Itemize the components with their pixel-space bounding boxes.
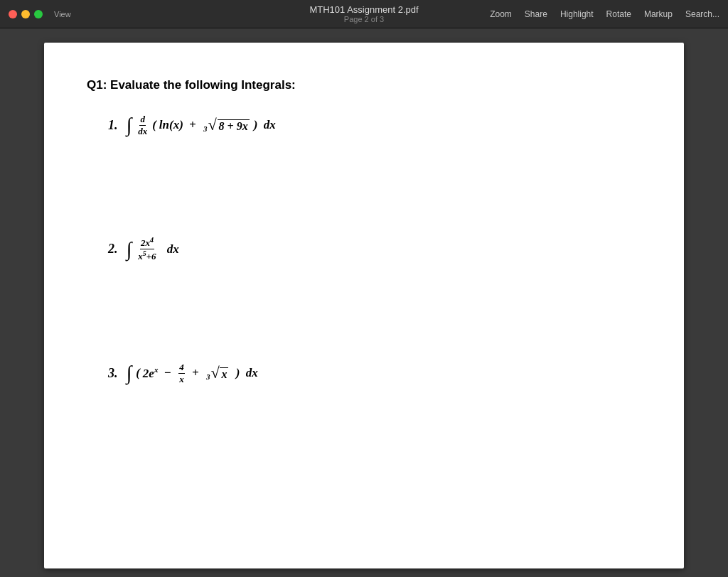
- question-item-1: 1. ∫ d dx ( ln(x) + 3 √ 8 + 9x ) dx: [87, 114, 641, 136]
- toolbar-right: Zoom Share Highlight Rotate Markup Searc…: [490, 9, 719, 19]
- cube-root-1: 3 √ 8 + 9x: [203, 117, 250, 133]
- highlight-button[interactable]: Highlight: [560, 9, 594, 19]
- plus-sign-3: +: [189, 366, 202, 380]
- cube-root-3: 3 √ x: [206, 365, 229, 381]
- paren-open-1: (: [152, 118, 156, 132]
- question-item-2: 2. ∫ 2x4 x5+6 dx: [87, 236, 641, 262]
- close-button[interactable]: [9, 10, 17, 18]
- formula-3: 3. ∫ ( 2ex − 4 x + 3 √ x ) dx: [108, 362, 641, 384]
- item-num-1: 1.: [108, 118, 118, 133]
- page-info: Page 2 of 3: [309, 15, 418, 23]
- fraction-2x4: 2x4 x5+6: [137, 236, 156, 262]
- question-item-3: 3. ∫ ( 2ex − 4 x + 3 √ x ) dx: [87, 362, 641, 384]
- file-name: MTH101 Assignment 2.pdf: [309, 4, 418, 15]
- integral-sign-2: ∫: [127, 239, 132, 259]
- root-content-3: x: [220, 367, 228, 381]
- root-index-1: 3: [203, 124, 208, 133]
- maximize-button[interactable]: [34, 10, 43, 18]
- markup-button[interactable]: Markup: [644, 9, 673, 19]
- item-num-3: 3.: [108, 366, 118, 381]
- formula-1: 1. ∫ d dx ( ln(x) + 3 √ 8 + 9x ) dx: [108, 114, 641, 136]
- root-symbol-3: √: [210, 365, 219, 381]
- paren-open-3: (: [136, 366, 140, 380]
- rotate-button[interactable]: Rotate: [606, 9, 631, 19]
- main-area: Q1: Evaluate the following Integrals: 1.…: [0, 28, 728, 577]
- dx-2: dx: [164, 242, 179, 257]
- two-ex: 2ex: [143, 365, 159, 381]
- paren-close-1: ): [254, 118, 258, 132]
- minimize-button[interactable]: [21, 10, 30, 18]
- dx-1: dx: [260, 118, 275, 132]
- root-index-3: 3: [206, 372, 210, 381]
- fraction-4x: 4 x: [178, 362, 185, 384]
- question-header: Q1: Evaluate the following Integrals:: [87, 78, 641, 92]
- file-info: MTH101 Assignment 2.pdf Page 2 of 3: [309, 4, 418, 23]
- minus-sign: −: [161, 366, 174, 380]
- traffic-lights: [9, 10, 43, 18]
- pdf-page: Q1: Evaluate the following Integrals: 1.…: [44, 43, 684, 568]
- dx-3: dx: [242, 366, 257, 380]
- integral-sign-1: ∫: [127, 115, 132, 135]
- item-num-2: 2.: [108, 242, 118, 257]
- root-symbol-1: √: [208, 117, 217, 133]
- fraction-d-dx: d dx: [137, 114, 148, 136]
- formula-2: 2. ∫ 2x4 x5+6 dx: [108, 236, 641, 262]
- view-button[interactable]: View: [54, 10, 71, 18]
- integral-sign-3: ∫: [127, 363, 132, 383]
- ln-expr: ln(x): [159, 118, 183, 132]
- plus-sign-1: +: [186, 118, 199, 132]
- search-button[interactable]: Search...: [685, 9, 719, 19]
- root-content-1: 8 + 9x: [218, 119, 250, 133]
- zoom-button[interactable]: Zoom: [490, 9, 512, 19]
- share-button[interactable]: Share: [525, 9, 547, 19]
- titlebar: View MTH101 Assignment 2.pdf Page 2 of 3…: [0, 0, 728, 28]
- paren-close-3: ): [232, 366, 240, 380]
